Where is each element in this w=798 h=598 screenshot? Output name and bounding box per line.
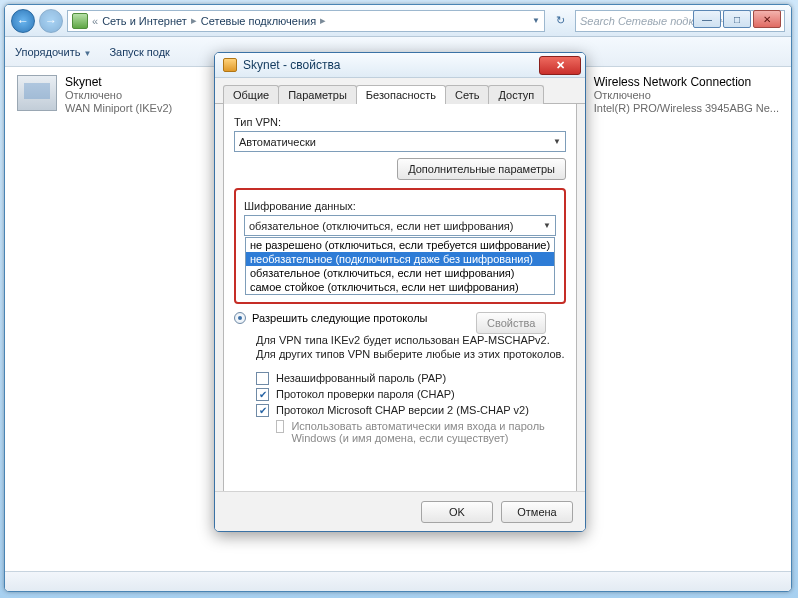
pap-checkbox[interactable] [256, 372, 269, 385]
checkbox-row-autocreds: Использовать автоматически имя входа и п… [276, 420, 566, 444]
breadcrumb-dropdown-icon[interactable]: ▼ [532, 16, 540, 25]
allow-protocols-label: Разрешить следующие протоколы [252, 312, 428, 324]
protocol-properties-button: Свойства [476, 312, 546, 334]
connection-status: Отключено [594, 89, 779, 102]
dialog-titlebar[interactable]: Skynet - свойства ✕ [215, 53, 585, 78]
connection-item[interactable]: Skynet Отключено WAN Miniport (IKEv2) [17, 75, 172, 563]
organize-menu[interactable]: Упорядочить▼ [15, 46, 91, 58]
tab-security[interactable]: Безопасность [356, 85, 446, 104]
allow-protocols-radio-row: Разрешить следующие протоколы [234, 312, 486, 324]
encryption-group-highlight: Шифрование данных: обязательное (отключи… [234, 188, 566, 304]
tab-general[interactable]: Общие [223, 85, 279, 104]
mschap-checkbox[interactable]: ✔ [256, 404, 269, 417]
cancel-button[interactable]: Отмена [501, 501, 573, 523]
protocols-info-text: Для VPN типа IKEv2 будет использован EAP… [256, 334, 566, 362]
nav-forward-button[interactable]: → [39, 9, 63, 33]
connection-device: Intel(R) PRO/Wireless 3945ABG Ne... [594, 102, 779, 115]
chap-checkbox[interactable]: ✔ [256, 388, 269, 401]
encryption-label: Шифрование данных: [244, 200, 556, 212]
nav-back-button[interactable]: ← [11, 9, 35, 33]
breadcrumb-item[interactable]: Сетевые подключения [201, 15, 316, 27]
vpn-type-select[interactable]: Автоматически ▼ [234, 131, 566, 152]
encryption-option[interactable]: самое стойкое (отключиться, если нет шиф… [246, 280, 554, 294]
tab-share[interactable]: Доступ [488, 85, 544, 104]
window-maximize[interactable]: □ [723, 10, 751, 28]
connection-device: WAN Miniport (IKEv2) [65, 102, 172, 115]
chevron-down-icon: ▼ [543, 221, 551, 230]
mschap-label: Протокол Microsoft CHAP версии 2 (MS-CHA… [276, 404, 529, 416]
advanced-params-button[interactable]: Дополнительные параметры [397, 158, 566, 180]
encryption-option[interactable]: обязательное (отключиться, если нет шифр… [246, 266, 554, 280]
allow-protocols-radio[interactable] [234, 312, 246, 324]
window-minimize[interactable]: — [693, 10, 721, 28]
window-controls: — □ ✕ [693, 10, 781, 28]
breadcrumb[interactable]: « Сеть и Интернет ▸ Сетевые подключения … [67, 10, 545, 32]
dialog-icon [223, 58, 237, 72]
autocreds-checkbox[interactable] [276, 420, 284, 433]
vpn-type-label: Тип VPN: [234, 116, 566, 128]
tab-bar: Общие Параметры Безопасность Сеть Доступ [215, 78, 585, 104]
refresh-button[interactable]: ↻ [549, 14, 571, 27]
start-connection-menu[interactable]: Запуск подк [109, 46, 170, 58]
network-icon [72, 13, 88, 29]
dialog-close-button[interactable]: ✕ [539, 56, 581, 75]
connection-name: Wireless Network Connection [594, 75, 779, 89]
encryption-dropdown-list: не разрешено (отключиться, если требуетс… [245, 237, 555, 295]
encryption-option[interactable]: необязательное (подключиться даже без ши… [246, 252, 554, 266]
autocreds-label: Использовать автоматически имя входа и п… [291, 420, 566, 444]
dialog-button-bar: OK Отмена [215, 491, 585, 531]
chevron-down-icon: ▼ [553, 137, 561, 146]
address-bar: ← → « Сеть и Интернет ▸ Сетевые подключе… [5, 5, 791, 37]
connection-status: Отключено [65, 89, 172, 102]
dialog-title-text: Skynet - свойства [243, 58, 340, 72]
ok-button[interactable]: OK [421, 501, 493, 523]
tab-content: Тип VPN: Автоматически ▼ Дополнительные … [223, 104, 577, 496]
window-close[interactable]: ✕ [753, 10, 781, 28]
tab-options[interactable]: Параметры [278, 85, 357, 104]
status-bar [5, 571, 791, 591]
encryption-option[interactable]: не разрешено (отключиться, если требуетс… [246, 238, 554, 252]
connection-item[interactable]: Wireless Network Connection Отключено In… [594, 75, 779, 563]
properties-dialog: Skynet - свойства ✕ Общие Параметры Безо… [214, 52, 586, 532]
checkbox-row-mschap: ✔ Протокол Microsoft CHAP версии 2 (MS-C… [256, 404, 566, 417]
breadcrumb-item[interactable]: Сеть и Интернет [102, 15, 187, 27]
tab-network[interactable]: Сеть [445, 85, 489, 104]
connection-icon [17, 75, 57, 111]
pap-label: Незашифрованный пароль (PAP) [276, 372, 446, 384]
checkbox-row-chap: ✔ Протокол проверки пароля (CHAP) [256, 388, 566, 401]
checkbox-row-pap: Незашифрованный пароль (PAP) [256, 372, 566, 385]
connection-name: Skynet [65, 75, 172, 89]
chap-label: Протокол проверки пароля (CHAP) [276, 388, 455, 400]
encryption-select[interactable]: обязательное (отключиться, если нет шифр… [244, 215, 556, 236]
